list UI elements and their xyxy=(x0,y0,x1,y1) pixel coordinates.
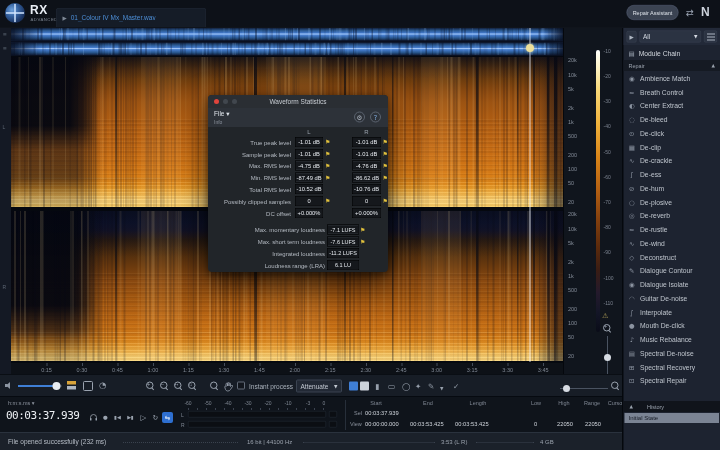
module-item-dialogue-contour[interactable]: ✎Dialogue Contour xyxy=(624,264,720,278)
strip-handle-icon[interactable]: ≡ xyxy=(3,45,7,51)
collapse-arrow-icon[interactable]: ▲ xyxy=(630,404,633,409)
module-item-de-wind[interactable]: ∿De-wind xyxy=(624,237,720,251)
module-item-de-reverb[interactable]: ◎De-reverb xyxy=(624,209,720,223)
module-item-breath-control[interactable]: ≈Breath Control xyxy=(624,85,720,99)
instant-process-checkbox[interactable] xyxy=(237,382,245,390)
flag-icon[interactable]: ⚑ xyxy=(360,226,365,234)
flag-icon[interactable]: ⚑ xyxy=(383,138,388,146)
warning-icon[interactable]: ⚠ xyxy=(602,311,608,319)
lasso-tool-icon[interactable]: ◯ xyxy=(402,382,410,391)
zoom-region-icon[interactable] xyxy=(210,382,219,393)
module-item-de-ess[interactable]: ʃDe-ess xyxy=(624,168,720,182)
amplitude-colorbar[interactable] xyxy=(596,50,600,332)
module-item-de-bleed[interactable]: ◌De-bleed xyxy=(624,113,720,127)
dialog-titlebar[interactable]: Waveform Statistics xyxy=(208,95,388,108)
module-item-center-extract[interactable]: ◐Center Extract xyxy=(624,99,720,113)
repair-assistant-button[interactable]: Repair Assistant xyxy=(627,5,679,20)
magic-wand-tool-icon[interactable]: ✦ xyxy=(415,382,421,391)
module-item-guitar-de-noise[interactable]: ◠Guitar De-noise xyxy=(624,292,720,306)
module-item-de-rustle[interactable]: ≈De-rustle xyxy=(624,223,720,237)
module-item-music-rebalance[interactable]: ♪Music Rebalance xyxy=(624,333,720,347)
confirm-selection-icon[interactable]: ✓ xyxy=(453,382,459,391)
module-item-spectral-recovery[interactable]: ⊞Spectral Recovery xyxy=(624,360,720,374)
stats-source-dropdown[interactable]: File ▾ xyxy=(214,110,230,118)
maximize-icon[interactable] xyxy=(232,99,237,104)
process-mode-dropdown[interactable]: Attenuate ▼ xyxy=(296,380,342,393)
view-length-value[interactable]: 00:03:53.425 xyxy=(455,421,489,427)
time-ruler[interactable]: 0:150:300:451:001:151:301:452:002:152:30… xyxy=(11,362,563,374)
flag-icon[interactable]: ⚑ xyxy=(325,162,330,170)
frequency-ruler[interactable]: 20k20k10k10k5k5k2k2k1k1k5005002002001001… xyxy=(563,28,592,374)
help-icon[interactable]: ? xyxy=(370,112,381,123)
module-item-de-clip[interactable]: ▦De-clip xyxy=(624,140,720,154)
record-button[interactable]: ● xyxy=(100,412,111,423)
clip-indicator-right[interactable] xyxy=(329,421,337,428)
vertical-zoom-knob[interactable] xyxy=(604,354,611,361)
play-button[interactable]: ▷ xyxy=(138,412,149,423)
sel-start-value[interactable]: 00:03:37.939 xyxy=(365,410,399,416)
module-filter-dropdown[interactable]: All ▼ xyxy=(640,31,702,43)
loop-playback-toggle[interactable]: ⇆ xyxy=(162,412,173,423)
module-item-spectral-repair[interactable]: ⊡Spectral Repair xyxy=(624,374,720,388)
time-format-dropdown[interactable]: h:m:s.ms ▾ xyxy=(8,400,35,407)
loop-region-icon[interactable]: ◔ xyxy=(99,380,106,389)
module-item-dialogue-isolate[interactable]: ◉Dialogue Isolate xyxy=(624,278,720,292)
zoom-icon[interactable] xyxy=(611,382,620,393)
view-low-value[interactable]: 0 xyxy=(534,421,537,427)
module-item-deconstruct[interactable]: ◇Deconstruct xyxy=(624,250,720,264)
brush-tool-icon[interactable]: ✎ xyxy=(428,382,434,391)
module-item-mouth-de-click[interactable]: ●Mouth De-click xyxy=(624,319,720,333)
playhead-line[interactable] xyxy=(530,28,531,362)
flag-icon[interactable]: ⚑ xyxy=(325,173,330,181)
flag-icon[interactable]: ⚑ xyxy=(383,197,388,205)
history-item-initial-state[interactable]: Initial State xyxy=(625,413,720,423)
strip-handle-icon[interactable]: ≡ xyxy=(3,31,7,37)
flag-icon[interactable]: ⚑ xyxy=(325,197,330,205)
flag-icon[interactable]: ⚑ xyxy=(325,138,330,146)
view-start-value[interactable]: 00:00:00.000 xyxy=(365,421,399,427)
module-item-de-hum[interactable]: ⊘De-hum xyxy=(624,182,720,196)
time-selection-tool-icon[interactable]: ▮ xyxy=(375,382,379,391)
repair-section-header[interactable]: Repair ▲ xyxy=(624,60,720,71)
module-item-de-crackle[interactable]: ∿De-crackle xyxy=(624,154,720,168)
view-range-value[interactable]: 22050 xyxy=(585,421,601,427)
view-end-value[interactable]: 00:03:53.425 xyxy=(410,421,444,427)
time-freq-selection-tool-icon[interactable]: ▭ xyxy=(388,382,395,391)
monitor-icon[interactable] xyxy=(88,412,99,423)
flag-icon[interactable]: ⚑ xyxy=(383,162,388,170)
module-item-de-plosive[interactable]: ○De-plosive xyxy=(624,195,720,209)
horizontal-zoom-knob[interactable] xyxy=(563,385,570,392)
skip-back-button[interactable]: ▮◀ xyxy=(112,412,123,423)
volume-slider-knob[interactable] xyxy=(53,382,61,390)
skip-forward-button[interactable]: ▶▮ xyxy=(125,412,136,423)
module-item-ambience-match[interactable]: ◉Ambience Match xyxy=(624,72,720,86)
playhead-marker[interactable] xyxy=(526,44,534,52)
module-menu-button[interactable] xyxy=(704,31,717,43)
minimize-icon[interactable] xyxy=(223,99,228,104)
speaker-icon[interactable] xyxy=(5,382,14,390)
flag-icon[interactable]: ⚑ xyxy=(325,150,330,158)
flag-icon[interactable]: ⚑ xyxy=(383,173,388,181)
preview-play-button[interactable]: ▶ xyxy=(627,31,637,43)
loop-icon[interactable]: ↻ xyxy=(150,412,161,423)
waveform-strip-right[interactable] xyxy=(11,43,563,56)
waveform-strip-left[interactable] xyxy=(11,28,563,41)
layout-icon[interactable] xyxy=(83,381,93,391)
module-item-interpolate[interactable]: ∫Interpolate xyxy=(624,305,720,319)
flag-icon[interactable]: ⚑ xyxy=(360,237,365,245)
file-tab[interactable]: ▶ 01_Colour IV Mx_Master.wav xyxy=(56,8,206,27)
zoom-selection-icon[interactable]: ▫ xyxy=(188,382,197,393)
zoom-in-vertical-icon[interactable]: + xyxy=(603,324,612,335)
module-item-spectral-de-noise[interactable]: ▤Spectral De-noise xyxy=(624,347,720,361)
gear-icon[interactable]: ⚙ xyxy=(354,112,365,123)
zoom-time-icon[interactable]: ↔ xyxy=(174,382,183,393)
flag-icon[interactable]: ⚑ xyxy=(383,150,388,158)
chevron-down-icon[interactable]: ▼ xyxy=(440,384,443,393)
clip-indicator-left[interactable] xyxy=(329,411,337,418)
zoom-out-icon[interactable]: − xyxy=(160,382,169,393)
wave-spec-blend-icon[interactable] xyxy=(67,381,76,390)
view-high-value[interactable]: 22050 xyxy=(557,421,573,427)
hand-tool-icon[interactable] xyxy=(224,381,233,393)
close-icon[interactable] xyxy=(214,99,219,104)
spectrogram-view-toggle[interactable] xyxy=(360,382,369,391)
